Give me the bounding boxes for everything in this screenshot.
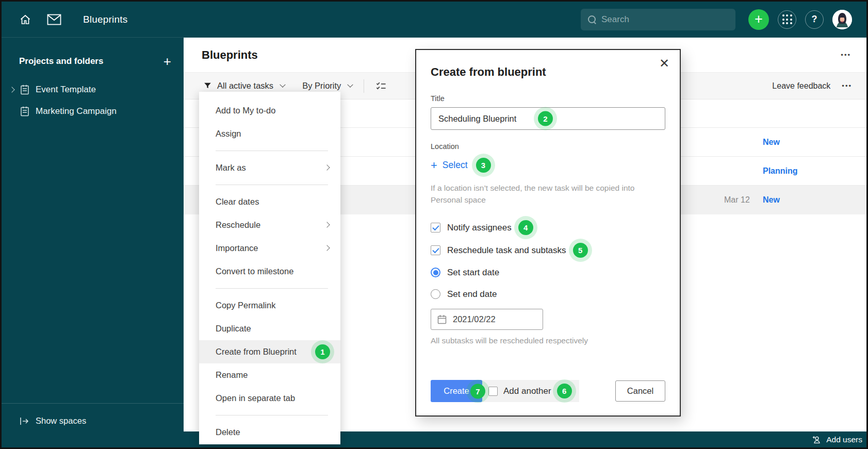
home-icon[interactable] — [19, 13, 31, 26]
folder-blueprint-icon — [20, 85, 29, 95]
annotation-badge-2: 2 — [538, 111, 553, 126]
menu-item-label: Add to My to-do — [216, 106, 275, 115]
location-select-label: Select — [443, 160, 468, 171]
top-bar: Blueprints + ? — [2, 2, 866, 38]
expand-chevron-icon[interactable] — [9, 87, 14, 92]
date-input[interactable] — [453, 314, 530, 324]
menu-item-label: Importance — [216, 243, 258, 253]
inbox-envelope-icon[interactable] — [47, 14, 61, 25]
menu-item-label: Mark as — [216, 163, 246, 172]
chevron-down-icon — [348, 81, 353, 87]
menu-item-duplicate[interactable]: Duplicate — [199, 317, 340, 340]
close-icon[interactable]: ✕ — [657, 54, 672, 73]
annotation-badge-1: 1 — [315, 344, 330, 359]
menu-item-label: Duplicate — [216, 324, 251, 333]
location-field-label: Location — [431, 142, 665, 151]
projects-and-folders-title: Projects and folders — [19, 56, 103, 66]
reschedule-helper-text: All subtasks will be rescheduled respect… — [431, 336, 665, 345]
search-box[interactable] — [581, 9, 735, 30]
create-new-button[interactable]: + — [748, 9, 769, 30]
sidebar-item-event-template[interactable]: Event Template — [2, 79, 184, 101]
menu-item-open-in-separate-tab[interactable]: Open in separate tab — [199, 387, 340, 410]
checkbox-unchecked-icon[interactable] — [488, 387, 498, 396]
location-select-button[interactable]: + Select 3 — [431, 158, 665, 173]
calendar-icon — [437, 314, 447, 324]
menu-divider — [216, 288, 328, 289]
menu-item-convert-to-milestone[interactable]: Convert to milestone — [199, 260, 340, 283]
show-spaces-label: Show spaces — [36, 416, 86, 426]
date-field[interactable] — [431, 309, 543, 330]
add-users-label[interactable]: Add users — [826, 435, 862, 444]
menu-item-rename[interactable]: Rename — [199, 363, 340, 387]
menu-item-clear-dates[interactable]: Clear dates — [199, 190, 340, 213]
create-from-blueprint-dialog: ✕ Create from blueprint Title 2 Location… — [415, 49, 681, 417]
set-end-date-option[interactable]: Set end date — [431, 287, 665, 301]
submenu-chevron-icon — [324, 164, 330, 170]
option-label: Reschedule task and subtasks — [447, 245, 566, 256]
title-field: 2 — [431, 107, 665, 130]
sidebar: Projects and folders + Event Template Ma… — [2, 38, 184, 447]
show-spaces-button[interactable]: Show spaces — [2, 403, 184, 426]
submenu-chevron-icon — [324, 245, 330, 251]
menu-item-delete[interactable]: Delete — [199, 421, 340, 444]
menu-item-reschedule[interactable]: Reschedule — [199, 213, 340, 237]
toolbar-divider — [364, 79, 364, 93]
add-another-label: Add another — [503, 386, 551, 396]
annotation-badge-5: 5 — [573, 243, 588, 258]
sidebar-section-header: Projects and folders + — [2, 38, 184, 66]
sidebar-item-marketing-campaign[interactable]: Marketing Campaign — [2, 101, 184, 122]
page-more-button[interactable]: ••• — [841, 51, 851, 59]
cancel-button[interactable]: Cancel — [615, 380, 665, 402]
status-link[interactable]: New — [763, 195, 780, 205]
add-another-option[interactable]: Add another 6 — [482, 380, 579, 402]
radio-icon[interactable] — [431, 289, 440, 299]
menu-item-copy-permalink[interactable]: Copy Permalink — [199, 294, 340, 317]
group-by-label: By Priority — [302, 81, 341, 91]
filter-funnel-icon — [203, 81, 212, 90]
app-window: Blueprints + ? — [0, 0, 868, 449]
notify-assignees-option[interactable]: Notify assignees 4 — [431, 220, 665, 235]
menu-item-assign[interactable]: Assign — [199, 122, 340, 145]
annotation-badge-7: 7 — [470, 384, 485, 398]
menu-item-label: Delete — [216, 427, 240, 437]
annotation-badge-6: 6 — [557, 384, 572, 398]
set-start-date-option[interactable]: Set start date — [431, 265, 665, 279]
status-link[interactable]: New — [763, 138, 780, 147]
app-title: Blueprints — [83, 14, 128, 25]
filter-dropdown[interactable]: All active tasks — [203, 81, 285, 91]
location-helper-text: If a location isn’t selected, the new ta… — [431, 182, 653, 206]
menu-item-importance[interactable]: Importance — [199, 237, 340, 260]
option-label: Set start date — [447, 268, 499, 278]
menu-item-label: Rename — [216, 370, 248, 379]
checkbox-checked-icon[interactable] — [431, 245, 440, 255]
radio-selected-icon[interactable] — [431, 268, 440, 277]
menu-item-label: Convert to milestone — [216, 267, 293, 276]
search-input[interactable] — [601, 14, 720, 25]
question-mark-icon: ? — [812, 14, 817, 25]
help-button[interactable]: ? — [805, 10, 824, 29]
fields-checklist-icon[interactable] — [375, 81, 387, 91]
folder-blueprint-icon — [20, 106, 29, 117]
user-avatar[interactable] — [832, 10, 852, 29]
menu-item-label: Assign — [216, 129, 241, 138]
topbar-right: + ? — [581, 9, 866, 30]
annotation-badge-4: 4 — [518, 220, 533, 235]
add-project-button[interactable]: + — [163, 56, 171, 66]
status-link[interactable]: Planning — [763, 167, 798, 176]
reschedule-option[interactable]: Reschedule task and subtasks 5 — [431, 243, 665, 258]
toolbar-more-button[interactable]: ••• — [842, 82, 852, 90]
filter-label: All active tasks — [217, 81, 273, 91]
sidebar-item-label: Event Template — [36, 85, 96, 95]
toolbar-right: Leave feedback ••• — [772, 81, 852, 91]
option-label: Set end date — [447, 289, 497, 300]
title-field-label: Title — [431, 94, 665, 103]
checkbox-checked-icon[interactable] — [431, 223, 440, 232]
apps-grid-icon[interactable] — [778, 10, 796, 29]
menu-item-create-from-blueprint[interactable]: Create from Blueprint 1 — [199, 340, 340, 363]
menu-item-mark-as[interactable]: Mark as — [199, 156, 340, 179]
group-by-dropdown[interactable]: By Priority — [302, 81, 352, 91]
menu-item-label: Clear dates — [216, 197, 259, 206]
menu-item-add-to-my-todo[interactable]: Add to My to-do — [199, 99, 340, 122]
page-title: Blueprints — [202, 48, 258, 62]
leave-feedback-link[interactable]: Leave feedback — [772, 81, 830, 91]
